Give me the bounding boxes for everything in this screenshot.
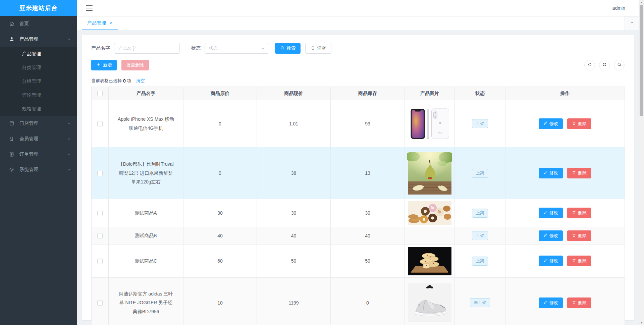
sidebar-item-settings[interactable]: 系统管理 — [0, 162, 77, 177]
product-image-cell — [405, 199, 455, 227]
grid-icon — [602, 62, 607, 68]
hamburger-menu-icon[interactable] — [86, 5, 93, 11]
scroll-down-arrow-icon[interactable]: ▼ — [639, 320, 644, 325]
svg-text:iPhone: iPhone — [438, 132, 443, 134]
delete-button[interactable]: 删除 — [567, 168, 591, 178]
edit-button[interactable]: 修改 — [539, 230, 563, 241]
delete-button[interactable]: 删除 — [567, 256, 591, 266]
delete-button[interactable]: 删除 — [567, 230, 591, 241]
status-badge: 上架 — [472, 169, 488, 178]
topbar: admin — [77, 0, 639, 16]
user-menu[interactable]: admin — [612, 5, 625, 11]
pencil-icon — [543, 233, 548, 238]
current-price-cell: 1199 — [257, 278, 331, 325]
column-header: 状态 — [455, 87, 505, 100]
sidebar-item-shop[interactable]: 门店管理 — [0, 116, 77, 131]
column-header: 产品图片 — [405, 87, 455, 100]
stock-cell: 93 — [331, 100, 405, 147]
original-price-cell: 30 — [183, 199, 257, 227]
sidebar-subitem[interactable]: 规格管理 — [0, 102, 77, 116]
user-icon — [9, 36, 15, 42]
column-header: 操作 — [505, 87, 625, 100]
status-badge: 上架 — [472, 119, 488, 128]
tab-close-icon[interactable] — [109, 21, 113, 25]
delete-button[interactable]: 删除 — [567, 208, 591, 218]
edit-button[interactable]: 修改 — [539, 208, 563, 218]
add-button[interactable]: 新增 — [91, 60, 117, 70]
window-scrollbar[interactable]: ▲ ▼ — [639, 0, 644, 325]
sidebar-subitem[interactable]: 评论管理 — [0, 88, 77, 102]
product-name-input[interactable] — [114, 43, 180, 54]
products-table: 产品名字商品原价商品现价商品库存产品图片状态操作 Apple iPhone XS… — [91, 87, 625, 325]
scroll-up-arrow-icon[interactable]: ▲ — [639, 0, 644, 5]
refresh-button[interactable] — [584, 60, 595, 70]
stock-cell: 30 — [331, 199, 405, 227]
delete-button[interactable]: 删除 — [567, 118, 591, 129]
status-cell: 上架 — [455, 199, 505, 227]
selection-info: 当前表格已选择 0 项 清空 — [91, 78, 625, 84]
sidebar-subitem[interactable]: 产品管理 — [0, 47, 77, 61]
pencil-icon — [543, 170, 548, 176]
current-price-cell: 30 — [257, 199, 331, 227]
delete-button[interactable]: 删除 — [567, 297, 591, 308]
stock-cell: 13 — [331, 147, 405, 199]
column-header: 商品库存 — [331, 87, 405, 100]
sidebar-item-label: 门店管理 — [19, 120, 38, 126]
row-checkbox[interactable] — [97, 171, 103, 176]
sidebar-item-member[interactable]: 会员管理 — [0, 131, 77, 147]
actions-cell: 修改删除 — [505, 199, 625, 227]
tab-label: 产品管理 — [87, 20, 106, 26]
row-checkbox[interactable] — [97, 300, 103, 306]
clear-selection-link[interactable]: 清空 — [136, 78, 145, 84]
row-select-cell — [92, 199, 109, 227]
actions-cell: 修改删除 — [505, 100, 625, 147]
row-checkbox[interactable] — [97, 259, 103, 264]
search-button[interactable]: 搜索 — [275, 43, 301, 54]
row-checkbox[interactable] — [97, 233, 103, 238]
table-row: 测试商品C605050上架修改删除 — [92, 245, 625, 278]
product-name-cell: 阿迪达斯官方 adidas 三叶草 NITE JOGGER 男子经典鞋BD795… — [109, 278, 183, 325]
product-image-sneaker — [408, 283, 451, 322]
current-price-cell: 50 — [257, 245, 331, 278]
status-label: 状态 — [191, 45, 201, 51]
shop-icon — [9, 120, 15, 126]
scrollbar-thumb[interactable] — [640, 5, 643, 116]
batch-delete-button[interactable]: 批量删除 — [121, 60, 149, 70]
row-select-cell — [92, 147, 109, 199]
search-icon — [617, 62, 622, 68]
chevron-down-icon — [629, 20, 635, 26]
sidebar-subitem[interactable]: 分类管理 — [0, 61, 77, 74]
sidebar-item-order[interactable]: 订单管理 — [0, 147, 77, 162]
chevron-down-icon — [66, 167, 71, 172]
status-select[interactable]: 状态 — [205, 43, 269, 54]
actions-cell: 修改删除 — [505, 245, 625, 278]
edit-button[interactable]: 修改 — [539, 118, 563, 129]
content-area: 产品名字 状态 状态 搜索 — [77, 30, 639, 325]
tab-product-management[interactable]: 产品管理 — [82, 16, 118, 30]
tab-options-button[interactable] — [625, 16, 639, 30]
sidebar-item-home[interactable]: 首页 — [0, 16, 77, 32]
edit-button[interactable]: 修改 — [539, 168, 563, 178]
original-price-cell: 0 — [183, 100, 257, 147]
clear-filters-button[interactable]: 清空 — [305, 43, 331, 54]
select-all-checkbox[interactable] — [97, 91, 103, 96]
status-cell: 上架 — [455, 147, 505, 199]
edit-button[interactable]: 修改 — [539, 297, 563, 308]
table-search-button[interactable] — [614, 60, 625, 70]
refresh-icon — [587, 62, 592, 68]
columns-button[interactable] — [599, 60, 610, 70]
trash-icon — [572, 300, 576, 306]
stock-cell: 40 — [331, 227, 405, 245]
sidebar-subitem-label: 分类管理 — [22, 65, 41, 71]
sidebar-subitem[interactable]: 分组管理 — [0, 74, 77, 88]
product-name-cell: 测试商品A — [109, 199, 183, 227]
edit-button[interactable]: 修改 — [539, 256, 563, 266]
settings-icon — [9, 167, 15, 173]
row-checkbox[interactable] — [97, 211, 103, 216]
table-toolbar: 新增 批量删除 — [91, 60, 625, 70]
row-checkbox[interactable] — [97, 121, 103, 126]
table-row: 【Dole都乐】比利时Truval啤梨12只 进口水果新鲜梨 单果120g左右0… — [92, 147, 625, 199]
home-icon — [9, 21, 15, 27]
original-price-cell: 10 — [183, 278, 257, 325]
sidebar-item-user[interactable]: 产品管理 — [0, 32, 77, 47]
